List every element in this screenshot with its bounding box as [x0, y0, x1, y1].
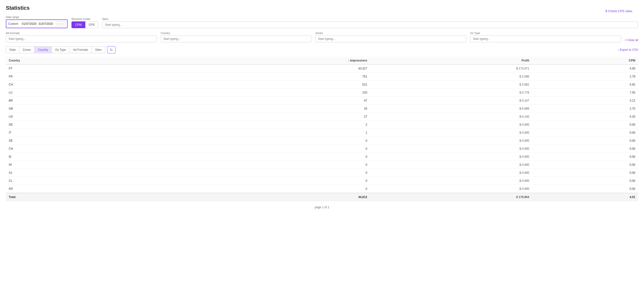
cell-impressions: 43,327	[152, 64, 370, 73]
cell-impressions: 521	[152, 81, 370, 89]
country-filter-label: Country	[161, 31, 312, 34]
table-row: FR 751 $ 2.096 2.79	[6, 73, 638, 81]
date-prev-button[interactable]: ‹	[56, 21, 60, 26]
cell-cpm: 0.00	[532, 169, 638, 177]
cell-impressions: 0	[152, 177, 370, 185]
cell-cpm: 2.70	[532, 105, 638, 113]
table-row: BR 47 $ 0.147 3.12	[6, 97, 638, 105]
os-type-input[interactable]	[470, 35, 621, 42]
cell-cpm: 0.00	[532, 145, 638, 153]
cell-impressions: 33	[152, 105, 370, 113]
cell-country: GB	[6, 105, 152, 113]
table-row: IT 1 $ 0.000 0.00	[6, 129, 638, 137]
cell-impressions: 103	[152, 89, 370, 97]
sites-input[interactable]	[102, 21, 638, 28]
col-header-profit: Profit	[370, 57, 532, 64]
date-next-button[interactable]: ›	[61, 21, 65, 26]
sites-label: Sites	[102, 17, 638, 20]
cell-country: CL	[6, 177, 152, 185]
cpm-button[interactable]: CPM	[72, 21, 85, 28]
cps-button[interactable]: CPS	[85, 21, 98, 28]
cell-country: IE	[6, 153, 152, 161]
cell-profit: $ 0.000	[370, 137, 532, 145]
cell-profit: $ 0.000	[370, 177, 532, 185]
col-header-impressions: ↓ Impressions	[152, 57, 370, 64]
cell-profit: $ 0.000	[370, 161, 532, 169]
footer-label: Total	[6, 193, 152, 201]
cell-cpm: 0.00	[532, 177, 638, 185]
cell-cpm: 0.00	[532, 121, 638, 129]
cell-cpm: 3.12	[532, 97, 638, 105]
tab-date[interactable]: Date	[6, 46, 19, 53]
cell-impressions: 1	[152, 129, 370, 137]
cell-profit: $ 0.000	[370, 169, 532, 177]
date-range-box: Custom 01/07/2020 31/07/2020 ‹ ›	[6, 19, 68, 28]
cell-country: DE	[6, 121, 152, 129]
cell-impressions: 0	[152, 137, 370, 145]
cell-country: US	[6, 113, 152, 121]
table-row: IE 0 $ 0.000 0.00	[6, 153, 638, 161]
ad-formats-input[interactable]	[6, 35, 157, 42]
zones-input[interactable]	[315, 35, 466, 42]
cell-cpm: 4.00	[532, 64, 638, 73]
table-row: DE 2 $ 0.000 0.00	[6, 121, 638, 129]
date-to: 31/07/2020	[38, 22, 53, 25]
cell-cpm: 5.92	[532, 81, 638, 89]
cell-country: CH	[6, 81, 152, 89]
cell-impressions: 751	[152, 73, 370, 81]
cell-cpm: 5.20	[532, 113, 638, 121]
cell-cpm: 0.00	[532, 153, 638, 161]
page-title: Statistics	[6, 5, 638, 11]
refresh-button[interactable]: ↻	[107, 46, 116, 53]
table-row: LU 103 $ 0.778 7.55	[6, 89, 638, 97]
os-type-label: Os Type	[470, 31, 621, 34]
cell-profit: $ 0.000	[370, 153, 532, 161]
cell-profit: $ 173.471	[370, 64, 532, 73]
cell-cpm: 2.79	[532, 73, 638, 81]
clear-all-button[interactable]: × Clear all	[625, 38, 638, 42]
cell-impressions: 0	[152, 153, 370, 161]
table-row: CL 0 $ 0.000 0.00	[6, 177, 638, 185]
col-header-cpm: CPM	[532, 57, 638, 64]
date-from: 01/07/2020	[22, 22, 36, 25]
cell-cpm: 7.55	[532, 89, 638, 97]
cell-country: KR	[6, 185, 152, 193]
ad-formats-label: Ad Formats	[6, 31, 157, 34]
revenue-model-group: CPM CPS	[72, 21, 98, 28]
tab-ad-formats[interactable]: Ad Formats	[69, 46, 92, 53]
cell-country: A1	[6, 169, 152, 177]
tab-country[interactable]: Country	[34, 46, 52, 53]
country-input[interactable]	[161, 35, 312, 42]
zones-label: Zones	[315, 31, 466, 34]
cell-profit: $ 2.096	[370, 73, 532, 81]
cell-impressions: 0	[152, 161, 370, 169]
table-row: KR 0 $ 0.000 0.00	[6, 185, 638, 193]
statistics-table: Country ↓ Impressions Profit CPM PT 43,3…	[6, 57, 638, 201]
footer-cpm: 4.01	[532, 193, 638, 201]
cell-impressions: 0	[152, 169, 370, 177]
table-row: A1 0 $ 0.000 0.00	[6, 169, 638, 177]
tab-os-type[interactable]: Os Type	[52, 46, 69, 53]
cell-profit: $ 0.000	[370, 145, 532, 153]
footer-profit: $ 179.804	[370, 193, 532, 201]
table-row: IN 0 $ 0.000 0.00	[6, 161, 638, 169]
table-row: US 27 $ 0.140 5.20	[6, 113, 638, 121]
export-csv-button[interactable]: ↓ Export to CSV	[618, 48, 638, 51]
cell-impressions: 0	[152, 185, 370, 193]
col-header-country: Country	[6, 57, 152, 64]
date-range-label: Date range	[6, 15, 68, 18]
cell-profit: $ 0.000	[370, 121, 532, 129]
cell-country: IN	[6, 161, 152, 169]
tab-zones[interactable]: Zones	[19, 46, 34, 53]
cell-profit: $ 0.000	[370, 185, 532, 193]
cell-impressions: 0	[152, 145, 370, 153]
cell-cpm: 0.00	[532, 129, 638, 137]
check-cps-link[interactable]: $ Check CPS rates	[605, 9, 632, 13]
cell-cpm: 0.00	[532, 185, 638, 193]
tab-sites[interactable]: Sites	[92, 46, 105, 53]
cell-country: IT	[6, 129, 152, 137]
cell-profit: $ 0.000	[370, 129, 532, 137]
cell-profit: $ 0.778	[370, 89, 532, 97]
groupby-tabs: Date Zones Country Os Type Ad Formats Si…	[6, 46, 105, 53]
cell-impressions: 2	[152, 121, 370, 129]
